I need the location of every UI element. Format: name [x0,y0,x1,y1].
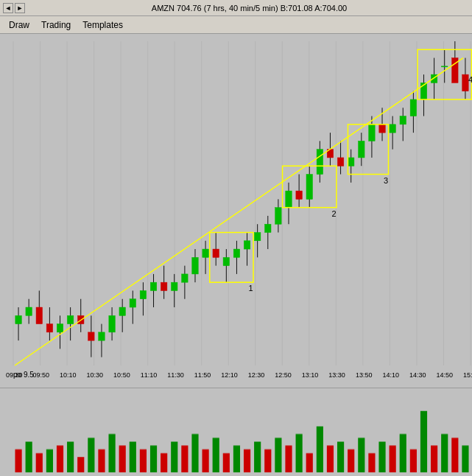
window-controls[interactable]: ◄ ► [3,3,25,13]
volume-chart[interactable] [0,388,472,476]
back-button[interactable]: ◄ [3,3,13,13]
main-chart[interactable] [0,34,472,388]
menu-trading[interactable]: Trading [35,18,77,32]
menu-bar: Draw Trading Templates [0,16,472,34]
title-bar: ◄ ► AMZN 704.76 (7 hrs, 40 min/5 min) B:… [0,0,472,16]
menu-draw[interactable]: Draw [3,18,35,32]
chart-title: AMZN 704.76 (7 hrs, 40 min/5 min) B:701.… [29,4,469,13]
volume-canvas [0,388,472,476]
menu-templates[interactable]: Templates [77,18,129,32]
chart-canvas [0,34,472,388]
forward-button[interactable]: ► [15,3,25,13]
